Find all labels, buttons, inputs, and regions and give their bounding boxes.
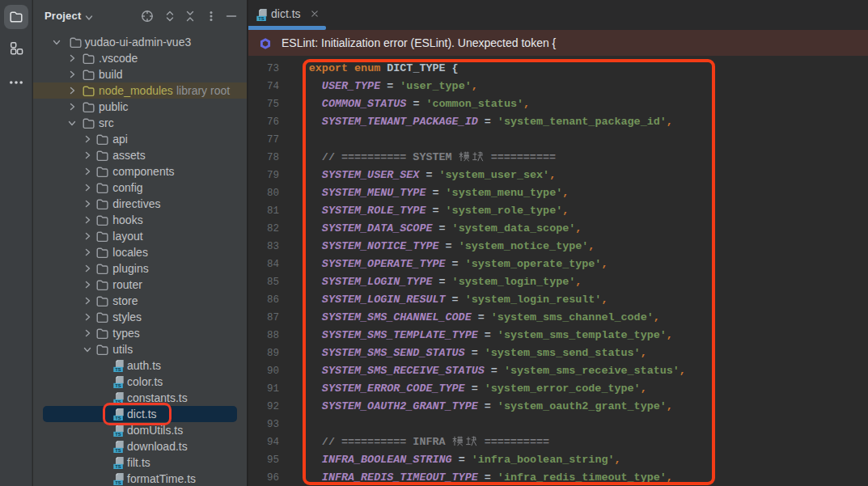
svg-text:TS: TS [115,432,121,437]
svg-text:TS: TS [258,16,265,21]
svg-text:TS: TS [115,367,121,372]
svg-text:TS: TS [115,448,121,453]
svg-text:TS: TS [115,383,121,388]
svg-text:TS: TS [115,480,121,485]
svg-text:TS: TS [115,464,121,469]
